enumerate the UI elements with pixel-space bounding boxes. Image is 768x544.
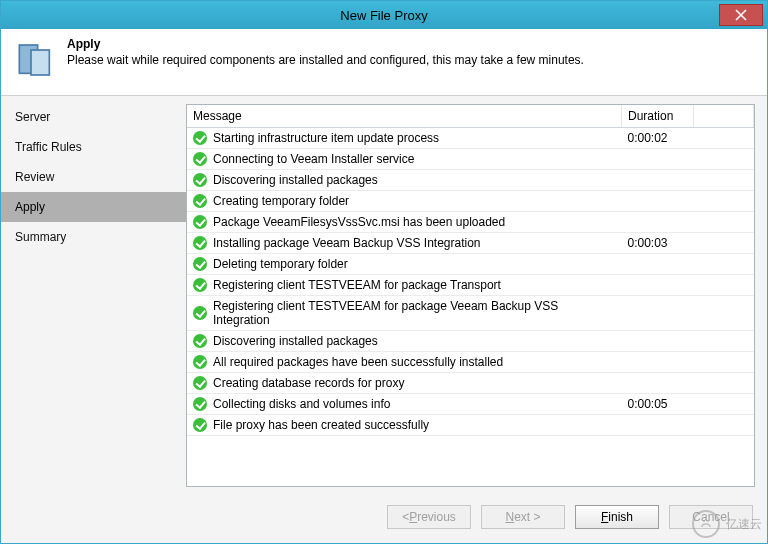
table-row[interactable]: Discovering installed packages — [187, 331, 754, 352]
duration-text: 0:00:02 — [622, 128, 694, 149]
svg-rect-1 — [31, 50, 49, 75]
cancel-button: Cancel — [669, 505, 753, 529]
titlebar: New File Proxy — [1, 1, 767, 29]
table-row[interactable]: Collecting disks and volumes info0:00:05 — [187, 394, 754, 415]
wizard-window: New File Proxy Apply Please wait while r… — [0, 0, 768, 544]
message-text: Starting infrastructure item update proc… — [213, 131, 439, 145]
message-text: Registering client TESTVEEAM for package… — [213, 278, 501, 292]
table-row[interactable]: Installing package Veeam Backup VSS Inte… — [187, 233, 754, 254]
header: Apply Please wait while required compone… — [1, 29, 767, 96]
table-row[interactable]: All required packages have been successf… — [187, 352, 754, 373]
sidebar-item-traffic-rules[interactable]: Traffic Rules — [1, 132, 186, 162]
duration-text — [622, 331, 694, 352]
sidebar-item-summary[interactable]: Summary — [1, 222, 186, 252]
success-icon — [193, 355, 207, 369]
main-panel: Message Duration Starting infrastructure… — [186, 96, 767, 495]
header-subtitle: Please wait while required components ar… — [67, 53, 584, 67]
duration-text — [622, 254, 694, 275]
next-button: Next > — [481, 505, 565, 529]
message-text: Registering client TESTVEEAM for package… — [213, 299, 616, 327]
table-row[interactable]: Starting infrastructure item update proc… — [187, 128, 754, 149]
table-row[interactable]: Creating database records for proxy — [187, 373, 754, 394]
message-text: Creating database records for proxy — [213, 376, 404, 390]
duration-text: 0:00:03 — [622, 233, 694, 254]
duration-text — [622, 373, 694, 394]
table-row[interactable]: Registering client TESTVEEAM for package… — [187, 275, 754, 296]
column-header-message[interactable]: Message — [187, 105, 622, 128]
success-icon — [193, 152, 207, 166]
table-row[interactable]: Creating temporary folder — [187, 191, 754, 212]
duration-text — [622, 191, 694, 212]
column-header-duration[interactable]: Duration — [622, 105, 694, 128]
message-text: File proxy has been created successfully — [213, 418, 429, 432]
success-icon — [193, 397, 207, 411]
finish-button[interactable]: Finish — [575, 505, 659, 529]
duration-text — [622, 296, 694, 331]
table-row[interactable]: Discovering installed packages — [187, 170, 754, 191]
duration-text — [622, 352, 694, 373]
message-text: Installing package Veeam Backup VSS Inte… — [213, 236, 481, 250]
table-row[interactable]: Registering client TESTVEEAM for package… — [187, 296, 754, 331]
table-row[interactable]: Package VeeamFilesysVssSvc.msi has been … — [187, 212, 754, 233]
wizard-icon — [13, 37, 59, 83]
table-row[interactable]: Connecting to Veeam Installer service — [187, 149, 754, 170]
sidebar-item-apply[interactable]: Apply — [1, 192, 186, 222]
message-text: Creating temporary folder — [213, 194, 349, 208]
duration-text: 0:00:05 — [622, 394, 694, 415]
success-icon — [193, 194, 207, 208]
success-icon — [193, 173, 207, 187]
progress-grid: Message Duration Starting infrastructure… — [186, 104, 755, 487]
table-row[interactable]: Deleting temporary folder — [187, 254, 754, 275]
success-icon — [193, 376, 207, 390]
success-icon — [193, 418, 207, 432]
sidebar-item-review[interactable]: Review — [1, 162, 186, 192]
sidebar-item-server[interactable]: Server — [1, 102, 186, 132]
footer-buttons: < Previous Next > Finish Cancel — [1, 495, 767, 543]
success-icon — [193, 334, 207, 348]
success-icon — [193, 131, 207, 145]
close-icon — [735, 9, 747, 21]
message-text: All required packages have been successf… — [213, 355, 503, 369]
previous-button: < Previous — [387, 505, 471, 529]
success-icon — [193, 215, 207, 229]
message-text: Deleting temporary folder — [213, 257, 348, 271]
progress-table: Message Duration Starting infrastructure… — [187, 105, 754, 436]
header-title: Apply — [67, 37, 584, 51]
success-icon — [193, 306, 207, 320]
close-button[interactable] — [719, 4, 763, 26]
table-row[interactable]: File proxy has been created successfully — [187, 415, 754, 436]
message-text: Discovering installed packages — [213, 173, 378, 187]
success-icon — [193, 257, 207, 271]
success-icon — [193, 278, 207, 292]
message-text: Package VeeamFilesysVssSvc.msi has been … — [213, 215, 505, 229]
window-title: New File Proxy — [1, 8, 767, 23]
message-text: Collecting disks and volumes info — [213, 397, 390, 411]
success-icon — [193, 236, 207, 250]
duration-text — [622, 415, 694, 436]
header-text: Apply Please wait while required compone… — [67, 37, 584, 67]
column-header-spare — [694, 105, 754, 128]
duration-text — [622, 275, 694, 296]
duration-text — [622, 170, 694, 191]
body: ServerTraffic RulesReviewApplySummary Me… — [1, 96, 767, 495]
duration-text — [622, 212, 694, 233]
message-text: Discovering installed packages — [213, 334, 378, 348]
wizard-steps-sidebar: ServerTraffic RulesReviewApplySummary — [1, 96, 186, 495]
duration-text — [622, 149, 694, 170]
message-text: Connecting to Veeam Installer service — [213, 152, 414, 166]
